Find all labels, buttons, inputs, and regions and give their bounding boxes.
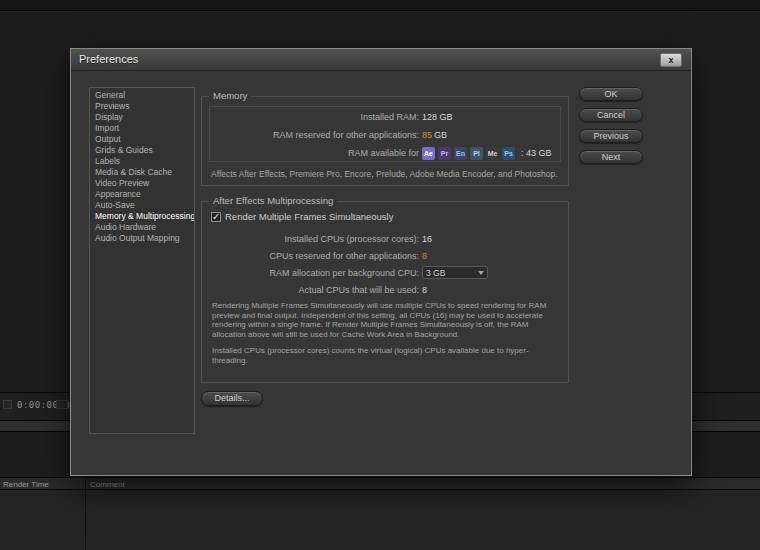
ram-reserved-row: RAM reserved for other applications: 85 … <box>210 126 560 144</box>
sidebar-item-auto-save[interactable]: Auto-Save <box>90 200 194 211</box>
render-multiple-frames-checkbox[interactable] <box>211 212 221 222</box>
installed-cpus-value: 16 <box>422 234 432 244</box>
dialog-title: Preferences <box>79 53 138 65</box>
ram-per-cpu-dropdown[interactable]: 3 GB <box>422 266 488 279</box>
cpus-reserved-value[interactable]: 8 <box>422 251 427 261</box>
column-comment: Comment <box>90 480 125 489</box>
column-render-time: Render Time <box>3 480 49 489</box>
render-multiple-frames-label: Render Multiple Frames Simultaneously <box>225 211 393 222</box>
dialog-titlebar[interactable]: Preferences x <box>71 49 691 71</box>
ok-button[interactable]: OK <box>579 87 643 101</box>
encore-icon: En <box>454 147 467 160</box>
preferences-dialog: Preferences x General Previews Display I… <box>70 48 692 476</box>
installed-ram-value: 128 GB <box>422 112 453 122</box>
ram-reserved-label: RAM reserved for other applications: <box>210 130 422 140</box>
render-multiple-frames-row: Render Multiple Frames Simultaneously <box>211 211 393 222</box>
memory-affects-note: Affects After Effects, Premiere Pro, Enc… <box>211 169 560 179</box>
app-icon-strip: Ae Pr En Pl Me Ps <box>422 147 518 160</box>
after-effects-icon: Ae <box>422 147 435 160</box>
installed-ram-label: Installed RAM: <box>210 112 422 122</box>
sidebar-item-grids-guides[interactable]: Grids & Guides <box>90 145 194 156</box>
chevron-down-icon <box>478 271 484 275</box>
previous-button[interactable]: Previous <box>579 129 643 143</box>
ram-per-cpu-selected: 3 GB <box>426 268 445 278</box>
photoshop-icon: Ps <box>502 147 515 160</box>
memory-section-title: Memory <box>209 90 251 101</box>
actual-cpus-row: Actual CPUs that will be used: 8 <box>202 281 568 298</box>
render-queue-header: Render Time Comment <box>0 477 760 490</box>
sidebar-item-import[interactable]: Import <box>90 123 194 134</box>
preferences-category-list: General Previews Display Import Output G… <box>89 87 195 434</box>
sidebar-item-media-disk-cache[interactable]: Media & Disk Cache <box>90 167 194 178</box>
multiprocessing-note-secondary: Installed CPUs (processor cores) counts … <box>212 346 556 365</box>
cancel-button[interactable]: Cancel <box>579 108 643 122</box>
panel-grip-icon <box>3 400 12 409</box>
multiprocessing-section-title: After Effects Multiprocessing <box>209 195 337 206</box>
ram-available-label: RAM available for <box>210 148 422 158</box>
sidebar-item-display[interactable]: Display <box>90 112 194 123</box>
sidebar-item-previews[interactable]: Previews <box>90 101 194 112</box>
installed-cpus-label: Installed CPUs (processor cores): <box>202 234 422 244</box>
next-button[interactable]: Next <box>579 150 643 164</box>
ram-reserved-unit: GB <box>434 130 447 140</box>
app-screen: 0:00:00:00 Render Time Comment Preferenc… <box>0 0 760 550</box>
multiprocessing-note-primary: Rendering Multiple Frames Simultaneously… <box>212 301 556 339</box>
ram-available-value: : 43 GB <box>521 148 552 158</box>
column-divider <box>85 477 86 550</box>
sidebar-item-output[interactable]: Output <box>90 134 194 145</box>
sidebar-item-audio-output-mapping[interactable]: Audio Output Mapping <box>90 233 194 244</box>
prelude-icon: Pl <box>470 147 483 160</box>
installed-ram-row: Installed RAM: 128 GB <box>210 108 560 126</box>
details-button[interactable]: Details... <box>201 391 263 406</box>
ram-available-row: RAM available for Ae Pr En Pl Me Ps : 43… <box>210 144 560 162</box>
premiere-pro-icon: Pr <box>438 147 451 160</box>
sidebar-item-labels[interactable]: Labels <box>90 156 194 167</box>
render-queue-body <box>0 490 760 550</box>
actual-cpus-label: Actual CPUs that will be used: <box>202 285 422 295</box>
multiprocessing-values: Installed CPUs (processor cores): 16 CPU… <box>202 230 568 298</box>
memory-values-box: Installed RAM: 128 GB RAM reserved for o… <box>209 106 561 162</box>
cpus-reserved-row: CPUs reserved for other applications: 8 <box>202 247 568 264</box>
sidebar-item-audio-hardware[interactable]: Audio Hardware <box>90 222 194 233</box>
installed-cpus-row: Installed CPUs (processor cores): 16 <box>202 230 568 247</box>
actual-cpus-value: 8 <box>422 285 427 295</box>
sidebar-item-memory-multiprocessing[interactable]: Memory & Multiprocessing <box>90 211 194 222</box>
ram-reserved-value[interactable]: 85 <box>422 130 432 140</box>
sidebar-item-appearance[interactable]: Appearance <box>90 189 194 200</box>
sidebar-item-general[interactable]: General <box>90 90 194 101</box>
sidebar-item-video-preview[interactable]: Video Preview <box>90 178 194 189</box>
multiprocessing-section: After Effects Multiprocessing Render Mul… <box>201 201 569 383</box>
cpus-reserved-label: CPUs reserved for other applications: <box>202 251 422 261</box>
media-encoder-icon: Me <box>486 147 499 160</box>
ram-per-cpu-label: RAM allocation per background CPU: <box>202 268 422 278</box>
timeline-tool-icon[interactable] <box>56 400 68 409</box>
close-button[interactable]: x <box>660 53 682 67</box>
ram-per-cpu-row: RAM allocation per background CPU: 3 GB <box>202 264 568 281</box>
app-top-strip <box>0 0 760 11</box>
memory-section: Memory Installed RAM: 128 GB RAM reserve… <box>201 96 569 186</box>
